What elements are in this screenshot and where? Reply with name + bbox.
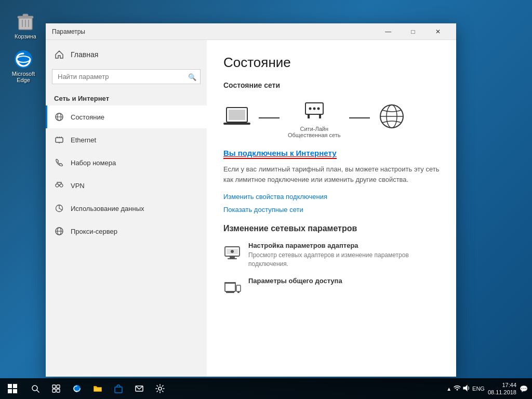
- net-line-1: [259, 117, 280, 118]
- network-diagram: Сити-Лайн Общественная сеть: [223, 98, 440, 138]
- info-text: Если у вас лимитный тарифный план, вы мо…: [223, 164, 440, 184]
- sharing-settings-content: Параметры общего доступа: [248, 277, 342, 286]
- ethernet-nav-icon: [54, 135, 64, 145]
- svg-rect-43: [236, 285, 241, 291]
- adapter-settings-item[interactable]: Настройка параметров адаптера Просмотр с…: [223, 242, 440, 269]
- taskbar-right: ▲ ENG 17:44 08.11: [446, 381, 532, 396]
- maximize-button[interactable]: □: [401, 23, 425, 40]
- taskbar: ▲ ENG 17:44 08.11: [0, 378, 532, 399]
- desktop: Корзина MicrosoftEdge Параметры — □ ✕: [0, 0, 532, 399]
- page-title: Состояние: [223, 55, 440, 71]
- svg-rect-42: [226, 291, 234, 293]
- chevron-up-icon[interactable]: ▲: [446, 386, 451, 392]
- sharing-settings-icon: [223, 278, 241, 299]
- provider-label: Сити-Лайн Общественная сеть: [288, 126, 341, 138]
- sidebar-item-data-usage[interactable]: Использование данных: [46, 197, 207, 220]
- system-tray-icons: ▲ ENG: [446, 384, 485, 393]
- window-body: Главная 🔍 Сеть и Интернет: [46, 40, 456, 377]
- svg-point-16: [56, 184, 59, 187]
- change-properties-link[interactable]: Изменить свойства подключения: [223, 193, 440, 201]
- sidebar-item-ethernet[interactable]: Ethernet: [46, 128, 207, 151]
- sidebar-item-dialup-label: Набор номера: [71, 159, 116, 167]
- taskview-button[interactable]: [46, 378, 66, 399]
- svg-marker-61: [463, 385, 467, 391]
- search-icon: 🔍: [188, 73, 196, 81]
- taskbar-search-button[interactable]: [25, 378, 46, 399]
- taskbar-settings-button[interactable]: [150, 378, 170, 399]
- sidebar-item-data-usage-label: Использование данных: [71, 205, 144, 212]
- adapter-settings-content: Настройка параметров адаптера Просмотр с…: [248, 242, 435, 269]
- svg-rect-52: [57, 385, 60, 388]
- settings-window: Параметры — □ ✕ Главная: [46, 23, 456, 377]
- svg-rect-44: [237, 291, 240, 293]
- svg-rect-45: [8, 384, 12, 388]
- svg-rect-46: [13, 384, 17, 388]
- sidebar-item-vpn-label: VPN: [71, 182, 85, 190]
- svg-rect-11: [56, 138, 63, 142]
- recycle-bin-label: Корзина: [15, 33, 36, 39]
- minimize-button[interactable]: —: [376, 23, 400, 40]
- sharing-settings-title: Параметры общего доступа: [248, 277, 342, 285]
- net-line-2: [349, 117, 370, 118]
- change-settings-title: Изменение сетевых параметров: [223, 224, 440, 233]
- svg-rect-36: [230, 256, 235, 258]
- lang-label: ENG: [472, 385, 485, 392]
- show-networks-link[interactable]: Показать доступные сети: [223, 206, 440, 214]
- title-bar: Параметры — □ ✕: [46, 23, 456, 40]
- svg-point-30: [313, 108, 315, 110]
- notification-icon[interactable]: 💬: [520, 385, 528, 393]
- date-label: 08.11.2018: [488, 389, 516, 396]
- sidebar-item-status[interactable]: Состояние: [46, 105, 207, 128]
- sidebar: Главная 🔍 Сеть и Интернет: [46, 40, 207, 377]
- svg-point-39: [231, 250, 234, 253]
- sidebar-item-proxy-label: Прокси-сервер: [71, 228, 117, 235]
- sidebar-item-dialup[interactable]: Набор номера: [46, 151, 207, 174]
- sidebar-item-status-label: Состояние: [71, 113, 104, 121]
- edge-desktop-label: MicrosoftEdge: [12, 71, 35, 83]
- edge-desktop-icon[interactable]: MicrosoftEdge: [5, 47, 42, 85]
- main-content: Состояние Состояние сети: [207, 40, 456, 377]
- svg-point-29: [309, 108, 311, 110]
- recycle-bin-icon[interactable]: Корзина: [7, 9, 44, 42]
- svg-rect-27: [308, 114, 310, 118]
- svg-rect-56: [94, 388, 101, 391]
- taskbar-edge-button[interactable]: [66, 378, 87, 399]
- sidebar-item-proxy[interactable]: Прокси-сервер: [46, 220, 207, 243]
- network-tray-icon: [454, 384, 461, 393]
- search-input[interactable]: [52, 69, 201, 84]
- sharing-settings-item[interactable]: Параметры общего доступа: [223, 277, 440, 299]
- start-button[interactable]: [0, 378, 25, 399]
- svg-rect-48: [13, 389, 17, 393]
- svg-point-60: [457, 389, 458, 390]
- status-nav-icon: [54, 112, 64, 122]
- data-usage-nav-icon: [54, 203, 64, 214]
- adapter-settings-title: Настройка параметров адаптера: [248, 242, 435, 249]
- router-device: Сити-Лайн Общественная сеть: [288, 98, 341, 138]
- svg-point-59: [158, 387, 162, 390]
- sidebar-section-title: Сеть и Интернет: [46, 88, 207, 105]
- taskbar-explorer-button[interactable]: [87, 378, 108, 399]
- sidebar-home-button[interactable]: Главная: [46, 44, 207, 65]
- svg-rect-57: [115, 387, 122, 393]
- laptop-device: [223, 105, 250, 130]
- home-icon: [54, 49, 64, 60]
- vpn-nav-icon: [54, 180, 64, 191]
- taskbar-store-button[interactable]: [108, 378, 129, 399]
- network-status-subtitle: Состояние сети: [223, 81, 440, 89]
- sidebar-item-vpn[interactable]: VPN: [46, 174, 207, 197]
- adapter-settings-icon: [223, 243, 241, 264]
- svg-rect-2: [23, 14, 28, 17]
- close-button[interactable]: ✕: [426, 23, 450, 40]
- clock[interactable]: 17:44 08.11.2018: [488, 381, 516, 396]
- internet-device: [378, 103, 405, 133]
- svg-rect-47: [8, 389, 12, 393]
- taskbar-mail-button[interactable]: [129, 378, 150, 399]
- svg-rect-53: [52, 389, 56, 392]
- sidebar-home-label: Главная: [71, 50, 98, 59]
- sidebar-search-container: 🔍: [52, 69, 201, 84]
- svg-rect-41: [224, 282, 236, 284]
- svg-rect-28: [319, 114, 321, 118]
- volume-tray-icon: [463, 384, 470, 393]
- svg-rect-54: [57, 389, 60, 392]
- connected-status-text: Вы подключены к Интернету: [223, 149, 337, 159]
